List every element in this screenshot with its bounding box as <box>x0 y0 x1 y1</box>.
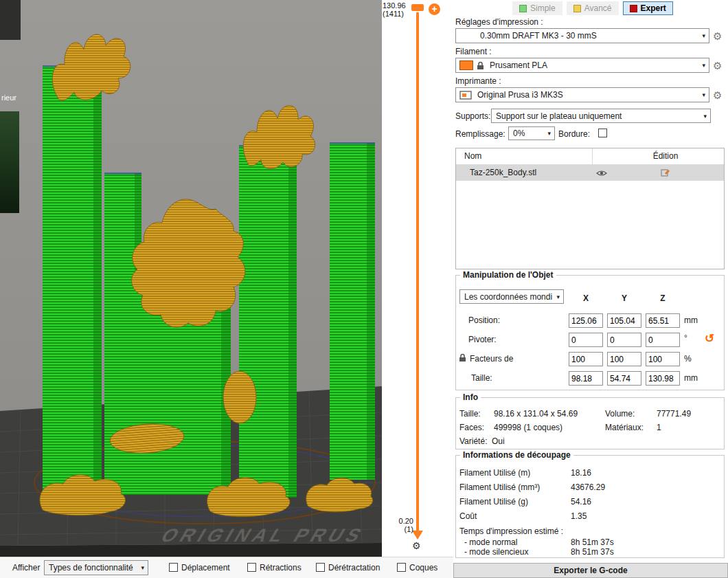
supports-combo[interactable]: Support sur le plateau uniquement ▾ <box>491 109 711 123</box>
object-list-header: Nom Édition <box>456 148 724 165</box>
slicing-info-title: Informations de découpage <box>460 450 573 460</box>
add-layer-marker-button[interactable]: + <box>429 3 440 15</box>
info-variety-label: Variété: <box>459 436 487 446</box>
object-name: Taz-250k_Body.stl <box>470 168 536 177</box>
brim-checkbox[interactable] <box>598 129 607 137</box>
chevron-down-icon: ▾ <box>141 564 144 571</box>
layer-slider-upper-handle[interactable] <box>411 4 424 11</box>
position-z-input[interactable] <box>646 313 680 328</box>
show-label: Afficher <box>12 563 40 573</box>
position-y-input[interactable] <box>607 313 641 328</box>
mode-expert-button[interactable]: Expert <box>623 1 673 15</box>
size-unit: mm <box>684 373 698 383</box>
filament-used-mm3-value: 43676.29 <box>571 482 605 492</box>
filament-used-g-label: Filament Utilisé (g) <box>459 497 528 507</box>
chevron-down-icon: ▾ <box>702 62 705 69</box>
export-gcode-button[interactable]: Exporter le G-code <box>453 563 728 578</box>
scale-label: Facteurs de <box>470 354 513 364</box>
slicing-info-group: Informations de découpage Filament Utili… <box>455 455 725 558</box>
layer-slider-lower-handle[interactable] <box>412 531 423 540</box>
size-label: Taille: <box>471 373 492 383</box>
filament-used-m-value: 18.16 <box>571 468 591 478</box>
manipulation-title: Manipulation de l'Objet <box>460 270 556 280</box>
cost-value: 1.35 <box>571 511 587 521</box>
simple-mode-icon <box>519 5 527 12</box>
chevron-down-icon: ▾ <box>547 130 551 137</box>
column-edit-header: Édition <box>631 151 700 161</box>
rotate-x-input[interactable] <box>569 333 603 347</box>
info-materials-label: Matériaux: <box>605 423 644 432</box>
shells-label: Coques <box>409 563 437 573</box>
bottom-toolbar: Afficher Types de fonctionnalité ▾ Dépla… <box>0 557 453 578</box>
filament-combo[interactable]: Prusament PLA ▾ <box>455 58 709 73</box>
position-x-input[interactable] <box>569 313 603 328</box>
position-label: Position: <box>468 315 500 325</box>
printer-combo[interactable]: Original Prusa i3 MK3S ▾ <box>455 87 709 102</box>
eye-icon[interactable] <box>596 169 607 177</box>
chevron-down-icon: ▾ <box>703 113 707 120</box>
object-list: Nom Édition Taz-250k_Body.stl <box>455 148 725 269</box>
shells-checkbox[interactable] <box>397 563 406 572</box>
infill-combo[interactable]: 0% ▾ <box>508 126 555 140</box>
info-volume-label: Volume: <box>605 409 635 419</box>
print-settings-value: 0.30mm DRAFT MK3 - 30 mmS <box>456 31 597 41</box>
print-settings-combo[interactable]: 0.30mm DRAFT MK3 - 30 mmS ▾ <box>455 28 709 43</box>
lock-icon <box>477 61 484 70</box>
slider-settings-icon[interactable]: ⚙ <box>412 540 421 551</box>
feature-type-combo[interactable]: Types de fonctionnalité ▾ <box>44 560 148 575</box>
mode-advanced-button[interactable]: Avancé <box>567 1 619 15</box>
scale-z-input[interactable] <box>646 352 680 366</box>
rotate-y-input[interactable] <box>607 333 641 347</box>
scale-y-input[interactable] <box>607 352 641 366</box>
chevron-down-icon: ▾ <box>702 91 705 98</box>
mode-selector: Simple Avancé Expert <box>512 1 673 15</box>
chevron-down-icon: ▾ <box>556 293 560 300</box>
infill-label: Remplissage: <box>455 129 505 139</box>
info-size-label: Taille: <box>459 409 481 419</box>
edit-icon[interactable] <box>661 168 670 177</box>
scene-3d: ORIGINAL PRUS <box>0 0 382 557</box>
info-faces-label: Faces: <box>459 423 484 432</box>
slider-bottom-value: 0.20 <box>389 517 413 525</box>
printer-gear-icon[interactable]: ⚙ <box>713 90 722 100</box>
filament-gear-icon[interactable]: ⚙ <box>713 60 722 71</box>
mode-advanced-label: Avancé <box>584 3 612 13</box>
position-unit: mm <box>684 315 698 325</box>
deretractions-checkbox[interactable] <box>316 563 325 572</box>
advanced-mode-icon <box>573 5 581 12</box>
mode-simple-button[interactable]: Simple <box>512 1 562 15</box>
print-time-title: Temps d'impression estimé : <box>459 526 563 536</box>
print-settings-gear-icon[interactable]: ⚙ <box>713 31 722 41</box>
normal-mode-label: - mode normal <box>464 537 517 547</box>
coordinate-system-value: Les coordonnées mondi <box>460 292 552 302</box>
coordinate-system-combo[interactable]: Les coordonnées mondi ▾ <box>459 289 564 304</box>
bed-logo-text: ORIGINAL PRUS <box>157 525 369 546</box>
right-settings-panel: Simple Avancé Expert Réglages d'impressi… <box>453 0 728 578</box>
size-y-input[interactable] <box>607 371 641 386</box>
filament-used-m-label: Filament Utilisé (m) <box>459 468 530 478</box>
column-name-header: Nom <box>464 151 481 161</box>
silent-mode-label: - mode silencieux <box>464 547 528 557</box>
info-size-value: 98.16 x 131.04 x 54.69 <box>494 409 578 419</box>
object-row[interactable]: Taz-250k_Body.stl <box>456 165 724 181</box>
deretractions-label: Dérétractation <box>328 563 380 573</box>
layer-slider-track[interactable] <box>416 12 419 532</box>
legend-color-block <box>0 111 19 213</box>
axis-z-header: Z <box>646 293 680 303</box>
reset-rotation-icon[interactable]: ↺ <box>705 333 714 344</box>
travel-checkbox[interactable] <box>169 563 178 572</box>
size-z-input[interactable] <box>646 371 680 386</box>
size-x-input[interactable] <box>569 371 603 386</box>
scale-x-input[interactable] <box>569 352 603 366</box>
infill-value: 0% <box>509 129 525 138</box>
mode-simple-label: Simple <box>530 3 556 13</box>
info-title: Info <box>460 392 481 402</box>
printer-icon <box>459 90 472 100</box>
scale-lock-icon[interactable] <box>459 353 466 362</box>
retractions-checkbox[interactable] <box>247 563 256 572</box>
rotate-z-input[interactable] <box>646 333 680 347</box>
slider-top-value: 130.96 <box>383 1 406 10</box>
viewport-3d[interactable]: ORIGINAL PRUS <box>0 0 382 557</box>
expert-mode-icon <box>630 5 637 12</box>
filament-color-swatch <box>459 60 473 70</box>
